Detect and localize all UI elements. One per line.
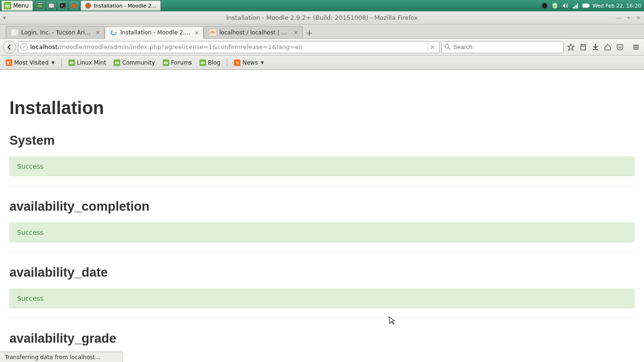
tab-phpmyadmin[interactable]: pMA localhost / localhost | ph... × <box>204 26 303 38</box>
home-icon[interactable] <box>603 42 613 52</box>
most-visited-icon: ◧ <box>6 59 12 66</box>
taskbar-app-firefox[interactable]: Installation - Moodle 2... <box>81 0 161 11</box>
install-section: availability_date Success <box>9 265 635 318</box>
favicon-generic-icon <box>11 29 18 36</box>
menu-label: Menu <box>13 2 29 9</box>
mint-logo-icon: m <box>4 2 11 9</box>
phpmyadmin-icon: pMA <box>209 29 216 36</box>
terminal-icon[interactable]: >_ <box>58 0 68 11</box>
svg-rect-11 <box>577 3 578 8</box>
svg-text:pMA: pMA <box>210 31 215 34</box>
svg-rect-9 <box>574 6 575 8</box>
status-success: Success <box>9 222 635 242</box>
tray-battery-icon[interactable] <box>582 2 590 9</box>
url-bar[interactable]: i localhost/moodle/moodle/admin/index.ph… <box>18 41 439 53</box>
window-minimize-icon[interactable]: — <box>615 14 621 21</box>
bookmark-news[interactable]: ∿ News ▼ <box>231 58 266 67</box>
svg-rect-2 <box>49 3 54 8</box>
page-title: Installation <box>9 98 635 118</box>
loading-spinner-icon <box>110 29 117 36</box>
svg-rect-21 <box>581 45 586 50</box>
site-info-icon[interactable]: i <box>20 43 28 51</box>
back-button[interactable] <box>3 41 16 54</box>
taskbar: m Menu >_ Installation - Moodle 2... Wed… <box>0 0 644 11</box>
bookmarks-bar: ◧ Most Visited ▼ m Linux Mint m Communit… <box>0 56 644 70</box>
svg-rect-10 <box>576 5 577 8</box>
search-bar[interactable] <box>441 41 564 53</box>
taskbar-app-label: Installation - Moodle 2... <box>94 3 157 9</box>
new-tab-button[interactable]: + <box>303 27 316 38</box>
tab-label: Login, Inc. - Tucson Arizona B... <box>21 29 91 36</box>
window-menu-icon[interactable]: ▾ <box>3 14 6 21</box>
svg-rect-25 <box>593 49 598 50</box>
status-success: Success <box>9 288 635 308</box>
tab-label: localhost / localhost | ph... <box>219 29 289 36</box>
tray-app-icon[interactable] <box>541 2 548 9</box>
status-bar: Transferring data from localhost... <box>0 352 123 362</box>
files-icon[interactable] <box>46 0 57 11</box>
svg-rect-14 <box>583 4 588 7</box>
bookmark-community[interactable]: m Community <box>111 58 157 67</box>
library-icon[interactable] <box>578 42 588 52</box>
bookmark-separator <box>61 58 62 67</box>
bookmark-linux-mint[interactable]: m Linux Mint <box>66 58 109 67</box>
section-heading: availability_date <box>9 265 635 280</box>
nav-toolbar: i localhost/moodle/moodle/admin/index.ph… <box>0 39 644 56</box>
svg-text:>_: >_ <box>61 4 66 8</box>
tab-login-inc[interactable]: Login, Inc. - Tucson Arizona B... × <box>6 26 105 38</box>
install-section: availability_grade Success <box>9 331 635 352</box>
search-input[interactable] <box>453 43 561 50</box>
page-viewport[interactable]: Installation System Success availability… <box>0 70 644 352</box>
svg-rect-1 <box>37 3 43 4</box>
install-section: availability_completion Success <box>9 199 635 252</box>
firefox-taskbar-icon[interactable] <box>69 0 79 11</box>
chevron-down-icon: ▼ <box>51 60 55 65</box>
bookmark-separator <box>227 58 227 67</box>
svg-point-19 <box>445 44 449 48</box>
hamburger-menu-icon[interactable] <box>631 42 641 52</box>
mint-icon: m <box>163 59 169 66</box>
bookmark-forums[interactable]: m Forums <box>160 58 195 67</box>
search-icon <box>445 44 451 50</box>
tab-bar: Login, Inc. - Tucson Arizona B... × Inst… <box>0 25 644 39</box>
section-heading: System <box>9 133 635 148</box>
url-text: localhost/moodle/moodle/admin/index.php?… <box>30 43 425 50</box>
tray-network-icon[interactable] <box>572 2 579 9</box>
svg-point-16 <box>111 30 116 35</box>
tab-close-icon[interactable]: × <box>292 29 299 36</box>
downloads-icon[interactable] <box>590 42 601 52</box>
rss-icon: ∿ <box>234 59 240 66</box>
section-heading: availability_grade <box>9 331 635 346</box>
mint-icon: m <box>68 59 75 66</box>
status-success: Success <box>9 156 635 176</box>
tray-shield-icon[interactable] <box>551 2 559 9</box>
start-menu-button[interactable]: m Menu <box>1 0 33 11</box>
install-section: System Success <box>9 133 635 186</box>
tab-moodle-installation[interactable]: Installation - Moodle 2.9.... × <box>105 26 204 39</box>
window-titlebar: ▾ Installation - Moodle 2.9.2+ (Build: 2… <box>0 11 644 25</box>
svg-point-7 <box>542 3 547 8</box>
mint-icon: m <box>114 59 120 66</box>
svg-line-20 <box>448 48 450 49</box>
bookmark-blog[interactable]: m Blog <box>197 58 223 67</box>
window-title: Installation - Moodle 2.9.2+ (Build: 201… <box>226 14 418 21</box>
bookmark-star-icon[interactable] <box>566 42 576 52</box>
tab-close-icon[interactable]: × <box>94 29 101 36</box>
window-maximize-icon[interactable]: + <box>626 14 631 21</box>
pocket-icon[interactable] <box>615 42 625 52</box>
section-heading: availability_completion <box>9 199 635 214</box>
status-text: Transferring data from localhost... <box>5 354 100 361</box>
show-desktop-icon[interactable] <box>35 0 45 11</box>
mint-icon: m <box>199 59 206 66</box>
clock[interactable]: Wed Feb 22, 16:20 <box>593 3 641 9</box>
svg-rect-13 <box>588 5 589 7</box>
svg-rect-8 <box>573 7 574 8</box>
bookmark-most-visited[interactable]: ◧ Most Visited ▼ <box>3 58 58 67</box>
chevron-down-icon: ▼ <box>261 60 264 65</box>
tab-close-icon[interactable]: × <box>193 29 200 36</box>
svg-rect-15 <box>11 29 18 36</box>
tab-label: Installation - Moodle 2.9.... <box>120 29 190 36</box>
stop-reload-icon[interactable]: × <box>428 43 437 50</box>
tray-volume-icon[interactable] <box>561 2 569 9</box>
window-close-icon[interactable]: × <box>636 14 641 21</box>
